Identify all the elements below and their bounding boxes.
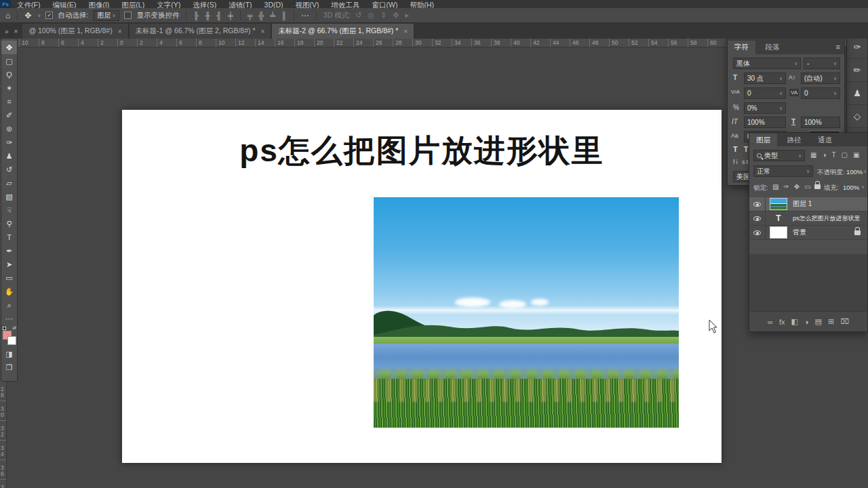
layer-filter-dropdown[interactable]: 类型∨ [753, 150, 805, 161]
lock-position-icon[interactable]: ✥ [794, 183, 800, 190]
tab-paths[interactable]: 路径 [780, 134, 808, 147]
pen-tool[interactable]: ✒ [1, 244, 17, 258]
link-layers-icon[interactable]: ∞ [768, 318, 773, 326]
layer-row-image[interactable]: 图层 1 [749, 197, 867, 211]
lock-transparent-icon[interactable]: ▨ [772, 183, 778, 190]
eraser-tool[interactable]: ▱ [1, 176, 17, 190]
distribute-center-icon[interactable]: ╬ [258, 12, 264, 20]
menu-item[interactable]: 帮助(H) [404, 0, 441, 8]
brush-tool[interactable]: ✑ [1, 136, 17, 149]
fill-value[interactable]: 100% [843, 184, 859, 191]
gradient-tool[interactable]: ▧ [1, 190, 17, 203]
tab-character[interactable]: 字符 [728, 41, 755, 54]
close-icon[interactable]: × [261, 28, 265, 35]
lock-all-icon[interactable] [814, 184, 821, 189]
chevron-down-icon[interactable]: ∨ [861, 184, 865, 190]
menu-item[interactable]: 编辑(E) [46, 0, 82, 8]
marquee-tool[interactable]: ▢ [1, 54, 17, 68]
visibility-cell[interactable] [749, 226, 766, 240]
swap-colors-icon[interactable]: ⇄ [12, 325, 16, 331]
text-layer-icon[interactable]: T [770, 212, 787, 224]
clone-source-panel-icon[interactable]: ♟ [847, 82, 867, 105]
3d-slide-icon[interactable]: ✥ [393, 11, 399, 20]
object-selection-tool[interactable]: ✶ [1, 81, 17, 95]
align-right-icon[interactable]: ╢ [216, 12, 222, 20]
document-tab[interactable]: 未标题-1 @ 66.7% (图层 2, RGB/8#) * × [130, 24, 272, 39]
menu-item[interactable]: 滤镜(T) [222, 0, 258, 8]
quick-mask-button[interactable]: ◨ [1, 347, 17, 361]
close-icon[interactable]: × [403, 28, 408, 35]
document-tab[interactable]: @ 100% (图层 1, RGB/8#) × [22, 24, 128, 39]
layer-thumbnail[interactable] [770, 198, 787, 210]
chevron-down-icon[interactable]: ∨ [37, 13, 41, 18]
align-left-icon[interactable]: ╟ [193, 12, 199, 20]
edit-toolbar-button[interactable]: ⋯ [1, 312, 17, 325]
hand-tool[interactable]: ✋ [1, 285, 17, 298]
font-style-dropdown[interactable]: -∨ [804, 58, 840, 69]
menu-item[interactable]: 文字(Y) [151, 0, 186, 8]
layer-mask-icon[interactable]: ◧ [791, 317, 798, 326]
distribute-bottom-icon[interactable]: ╧ [270, 12, 275, 20]
align-center-h-icon[interactable]: ╫ [205, 12, 210, 20]
filter-pixel-icon[interactable]: ▦ [810, 151, 816, 159]
horizontal-scale-field[interactable]: 100% [801, 117, 840, 128]
delete-layer-icon[interactable]: ⌧ [840, 317, 849, 326]
crop-tool[interactable]: ⌗ [1, 95, 17, 108]
3d-drag-icon[interactable]: ⇕ [380, 11, 387, 20]
menu-item[interactable]: 增效工具 [326, 0, 366, 8]
brushes-panel-icon[interactable]: ✏ [847, 59, 867, 82]
font-size-dropdown[interactable]: 30 点∨ [744, 73, 786, 84]
visibility-cell[interactable] [749, 197, 766, 211]
filter-adjustment-icon[interactable]: ◑ [822, 151, 826, 159]
font-family-dropdown[interactable]: 黑体∨ [733, 58, 801, 69]
layer-row-text[interactable]: T ps怎么把图片放进形状里 [749, 211, 867, 226]
filter-smart-icon[interactable]: ▣ [853, 151, 859, 159]
menu-item[interactable]: 图层(L) [115, 0, 151, 8]
distribute-top-icon[interactable]: ╤ [248, 12, 253, 20]
tab-channels[interactable]: 通道 [811, 134, 839, 147]
dodge-tool[interactable]: ⚲ [1, 217, 17, 230]
lock-artboard-icon[interactable]: ▭ [804, 183, 810, 190]
panel-menu-icon[interactable]: ≡ [836, 43, 840, 51]
brush-settings-panel-icon[interactable]: ✑ [847, 36, 867, 59]
screen-mode-button[interactable]: ❐ [1, 361, 17, 374]
align-top-icon[interactable]: ╪ [228, 12, 233, 20]
filter-shape-icon[interactable]: ▢ [842, 151, 848, 159]
tab-overflow-icon[interactable]: » [5, 28, 9, 35]
history-brush-tool[interactable]: ↺ [1, 163, 17, 176]
eyedropper-tool[interactable]: ✐ [1, 108, 17, 122]
menu-item[interactable]: 文件(F) [11, 0, 46, 8]
zoom-tool[interactable]: ⌕ [1, 298, 17, 312]
home-icon[interactable]: ⌂ [5, 11, 10, 20]
smudge-tool[interactable]: ☟ [1, 203, 17, 217]
move-tool[interactable]: ✥ [1, 41, 17, 54]
menu-item[interactable]: 选择(S) [186, 0, 222, 8]
menu-item[interactable]: 窗口(W) [366, 0, 404, 8]
clone-stamp-tool[interactable]: ♟ [1, 149, 17, 163]
adjustment-layer-icon[interactable]: ◑ [804, 318, 809, 326]
document-tab[interactable]: 未标题-2 @ 66.7% (图层 1, RGB/8#) * × [272, 24, 414, 39]
close-icon[interactable]: × [118, 28, 122, 35]
blend-mode-dropdown[interactable]: 正常∨ [753, 165, 813, 177]
3d-rotate-icon[interactable]: ↺ [355, 11, 361, 20]
kerning-dropdown[interactable]: 0∨ [744, 87, 786, 99]
proportional-spacing-dropdown[interactable]: 0%∨ [744, 102, 786, 114]
tracking-dropdown[interactable]: 0∨ [801, 87, 840, 99]
auto-select-dropdown[interactable]: 图层 ∨ [93, 10, 119, 21]
vertical-scale-field[interactable]: 100% [744, 117, 786, 128]
type-tool[interactable]: T [1, 230, 17, 244]
tab-paragraph[interactable]: 段落 [758, 41, 786, 54]
3d-panel-icon[interactable]: ◇ [847, 105, 867, 128]
visibility-cell[interactable] [749, 211, 766, 226]
layer-row-background[interactable]: 背景 [749, 226, 867, 240]
chevron-down-icon[interactable]: ∨ [863, 169, 867, 174]
healing-brush-tool[interactable]: ⊚ [1, 122, 17, 136]
path-selection-tool[interactable]: ➤ [1, 258, 17, 271]
menu-item[interactable]: 图像(I) [82, 0, 115, 8]
lock-pixels-icon[interactable]: ✑ [783, 183, 789, 190]
leading-dropdown[interactable]: (自动)∨ [801, 73, 840, 84]
show-transform-checkbox[interactable] [124, 12, 132, 19]
menu-item[interactable]: 视图(V) [290, 0, 326, 8]
tab-layers[interactable]: 图层 [749, 134, 777, 147]
menu-item[interactable]: 3D(D) [258, 0, 290, 8]
